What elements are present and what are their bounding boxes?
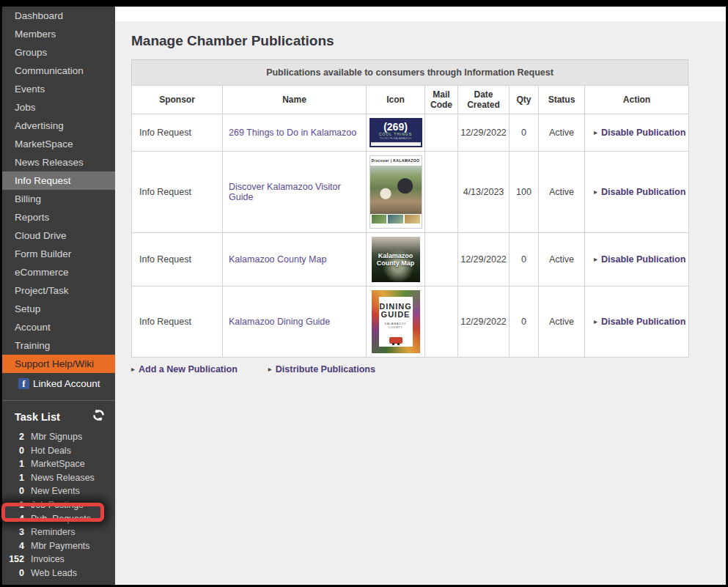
sidebar-item-jobs[interactable]: Jobs xyxy=(2,98,115,117)
publication-thumbnail-269[interactable]: (269) COOL THINGS TO DO IN KALAMAZOO xyxy=(369,118,422,147)
column-header-qty: Qty xyxy=(510,86,539,114)
task-item-new-events[interactable]: 0New Events xyxy=(2,484,115,498)
sidebar-item-news-releases[interactable]: News Releases xyxy=(2,153,115,171)
date-created-cell: 4/13/2023 xyxy=(458,152,510,233)
thumb-dining-subtitle: KALAMAZOO COUNTY xyxy=(379,322,413,329)
task-item-job-postings[interactable]: 1Job Postings xyxy=(2,498,115,512)
sidebar-item-communication[interactable]: Communication xyxy=(2,62,115,80)
sponsor-cell: Info Request xyxy=(132,114,223,152)
publications-table: SponsorNameIconMail CodeDate CreatedQtyS… xyxy=(131,85,689,358)
task-label: New Events xyxy=(31,484,80,498)
food-truck-icon xyxy=(389,337,402,344)
thumb-visitor-header: Discover | KALAMAZOO xyxy=(370,156,422,166)
mail-code-cell xyxy=(425,287,458,358)
task-item-hot-deals[interactable]: 0Hot Deals xyxy=(2,444,115,458)
facebook-icon: f xyxy=(18,378,29,389)
task-label: Mbr Payments xyxy=(31,539,90,553)
publication-name-link[interactable]: Kalamazoo County Map xyxy=(229,254,326,265)
qty-cell: 100 xyxy=(510,152,539,233)
thumb-269-micro: TO DO IN KALAMAZOO xyxy=(369,136,422,140)
sidebar-item-support-help-wiki[interactable]: Support Help/Wiki xyxy=(2,355,115,373)
publication-thumbnail-dining-guide[interactable]: DINING GUIDE KALAMAZOO COUNTY xyxy=(372,290,420,353)
task-count: 2 xyxy=(2,430,24,444)
sidebar-item-billing[interactable]: Billing xyxy=(2,190,115,208)
task-label: News Releases xyxy=(31,471,95,485)
task-list-title: Task List xyxy=(15,411,60,423)
sidebar-item-cloud-drive[interactable]: Cloud Drive xyxy=(2,226,115,245)
linked-account-label: Linked Account xyxy=(33,378,100,389)
task-item-reminders[interactable]: 3Reminders xyxy=(2,525,115,539)
publication-thumbnail-county-map[interactable]: Kalamazoo County Map xyxy=(372,237,420,282)
sidebar-item-info-request[interactable]: Info Request xyxy=(2,171,115,190)
date-created-cell: 12/29/2022 xyxy=(458,287,510,358)
add-new-publication-link[interactable]: Add a New Publication xyxy=(139,364,238,374)
arrow-icon: ▸ xyxy=(594,128,598,136)
task-item-pub-requests[interactable]: 4Pub. Requests xyxy=(2,512,115,526)
publication-thumbnail-visitor-guide[interactable]: Discover | KALAMAZOO xyxy=(369,155,422,229)
task-count: 3 xyxy=(2,525,24,539)
sponsor-cell: Info Request xyxy=(132,152,223,233)
thumb-map-text: Kalamazoo County Map xyxy=(377,252,415,267)
sidebar-item-dashboard[interactable]: Dashboard xyxy=(2,7,115,25)
arrow-icon: ▸ xyxy=(594,188,598,196)
mail-code-cell xyxy=(425,233,458,287)
task-item-invoices[interactable]: 152Invoices xyxy=(2,553,115,566)
disable-publication-link[interactable]: Disable Publication xyxy=(601,317,685,327)
sidebar-item-reports[interactable]: Reports xyxy=(2,208,115,226)
table-footer-links: ▸ Add a New Publication ▸ Distribute Pub… xyxy=(131,364,688,374)
sidebar-item-account[interactable]: Account xyxy=(2,318,115,336)
task-item-mbr-payments[interactable]: 4Mbr Payments xyxy=(2,539,115,553)
sidebar-item-training[interactable]: Training xyxy=(2,336,115,355)
task-item-news-releases[interactable]: 1News Releases xyxy=(2,471,115,485)
sidebar-nav: DashboardMembersGroupsCommunicationEvent… xyxy=(2,7,115,355)
sidebar-item-setup[interactable]: Setup xyxy=(2,300,115,318)
task-item-mbr-signups[interactable]: 2Mbr Signups xyxy=(2,430,115,444)
sidebar-item-marketspace[interactable]: MarketSpace xyxy=(2,135,115,153)
task-list-items: 2Mbr Signups0Hot Deals1MarketSpace1News … xyxy=(2,430,115,580)
task-label: Invoices xyxy=(31,553,65,566)
table-header-row: SponsorNameIconMail CodeDate CreatedQtyS… xyxy=(132,86,689,114)
task-count: 1 xyxy=(2,498,24,512)
column-header-date-created: Date Created xyxy=(458,86,510,114)
table-row: Info Request 269 Things to Do in Kalamaz… xyxy=(132,114,689,152)
sidebar: DashboardMembersGroupsCommunicationEvent… xyxy=(2,7,115,585)
distribute-publications-link[interactable]: Distribute Publications xyxy=(276,364,375,374)
mail-code-cell xyxy=(425,114,458,152)
sponsor-cell: Info Request xyxy=(132,233,223,287)
column-header-sponsor: Sponsor xyxy=(132,86,223,114)
task-count: 0 xyxy=(2,566,24,580)
publication-name-link[interactable]: 269 Things to Do in Kalamazoo xyxy=(229,128,356,138)
thumb-dining-title: DINING GUIDE xyxy=(379,303,413,319)
disable-publication-link[interactable]: Disable Publication xyxy=(601,128,685,138)
sidebar-item-advertising[interactable]: Advertising xyxy=(2,117,115,135)
task-item-web-leads[interactable]: 0Web Leads xyxy=(2,566,115,580)
sidebar-item-linked-account[interactable]: f Linked Account xyxy=(2,373,115,394)
status-cell: Active xyxy=(539,233,585,287)
thumb-visitor-photo xyxy=(370,166,422,214)
sponsor-cell: Info Request xyxy=(132,287,223,358)
sidebar-item-ecommerce[interactable]: eCommerce xyxy=(2,263,115,281)
publication-name-link[interactable]: Kalamazoo Dining Guide xyxy=(229,317,330,327)
sidebar-item-form-builder[interactable]: Form Builder xyxy=(2,245,115,263)
main-content: Manage Chamber Publications Publications… xyxy=(115,7,726,585)
column-header-action: Action xyxy=(585,86,689,114)
sidebar-item-project-task[interactable]: Project/Task xyxy=(2,281,115,300)
column-header-status: Status xyxy=(539,86,585,114)
arrow-icon: ▸ xyxy=(594,317,598,325)
publication-name-link[interactable]: Discover Kalamazoo Visitor Guide xyxy=(229,182,341,202)
table-row: Info Request Discover Kalamazoo Visitor … xyxy=(132,152,689,233)
disable-publication-link[interactable]: Disable Publication xyxy=(601,187,685,197)
date-created-cell: 12/29/2022 xyxy=(458,114,510,152)
task-item-marketspace[interactable]: 1MarketSpace xyxy=(2,457,115,471)
mail-code-cell xyxy=(425,152,458,233)
task-label: Hot Deals xyxy=(31,444,71,458)
sidebar-item-groups[interactable]: Groups xyxy=(2,43,115,62)
task-label: Pub. Requests xyxy=(31,512,91,526)
disable-publication-link[interactable]: Disable Publication xyxy=(601,254,685,265)
sidebar-item-members[interactable]: Members xyxy=(2,25,115,43)
task-count: 4 xyxy=(2,512,24,526)
task-count: 152 xyxy=(2,553,24,566)
refresh-icon[interactable] xyxy=(92,409,105,424)
task-count: 0 xyxy=(2,444,24,458)
sidebar-item-events[interactable]: Events xyxy=(2,80,115,98)
